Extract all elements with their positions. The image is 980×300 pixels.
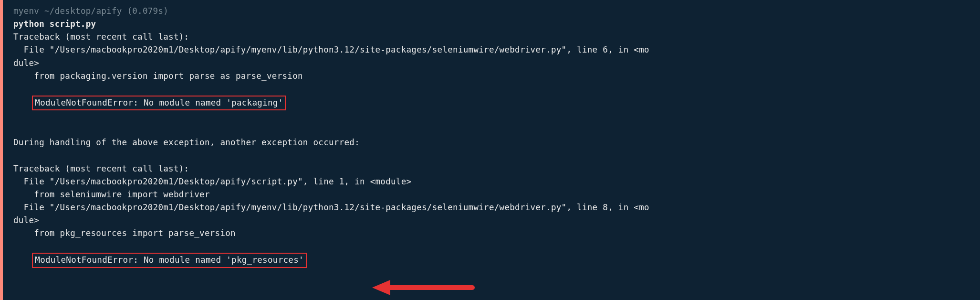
exception-between: During handling of the above exception, … bbox=[13, 136, 970, 149]
traceback-code-2b: from pkg_resources import parse_version bbox=[13, 227, 970, 240]
traceback-header-1: Traceback (most recent call last): bbox=[13, 31, 970, 43]
traceback-file-2a: File "/Users/macbookpro2020m1/Desktop/ap… bbox=[13, 175, 970, 188]
traceback-code-2a: from seleniumwire import webdriver bbox=[13, 188, 970, 201]
prompt-env: myenv bbox=[13, 6, 39, 16]
traceback-file-2b-wrap: dule> bbox=[13, 214, 970, 227]
traceback-header-2: Traceback (most recent call last): bbox=[13, 162, 970, 175]
command-line: python script.py bbox=[13, 18, 970, 31]
blank-line-2 bbox=[13, 149, 970, 162]
traceback-error-1-row: ModuleNotFoundError: No module named 'pa… bbox=[13, 83, 970, 123]
traceback-file-2b: File "/Users/macbookpro2020m1/Desktop/ap… bbox=[13, 201, 970, 214]
blank-line-1 bbox=[13, 123, 970, 136]
traceback-code-1: from packaging.version import parse as p… bbox=[13, 70, 970, 83]
error-highlight-2: ModuleNotFoundError: No module named 'pk… bbox=[32, 253, 306, 268]
error-highlight-1: ModuleNotFoundError: No module named 'pa… bbox=[32, 96, 286, 110]
command-text: python script.py bbox=[13, 19, 96, 29]
prompt-path: ~/desktop/apify bbox=[44, 6, 122, 16]
terminal-output-area[interactable]: myenv ~/desktop/apify (0.079s) python sc… bbox=[3, 0, 980, 286]
traceback-file-1: File "/Users/macbookpro2020m1/Desktop/ap… bbox=[13, 43, 970, 56]
shell-prompt: myenv ~/desktop/apify (0.079s) bbox=[13, 5, 970, 18]
traceback-file-1-wrap: dule> bbox=[13, 57, 970, 70]
traceback-error-2-row: ModuleNotFoundError: No module named 'pk… bbox=[13, 240, 970, 280]
prompt-time: (0.079s) bbox=[127, 6, 168, 16]
